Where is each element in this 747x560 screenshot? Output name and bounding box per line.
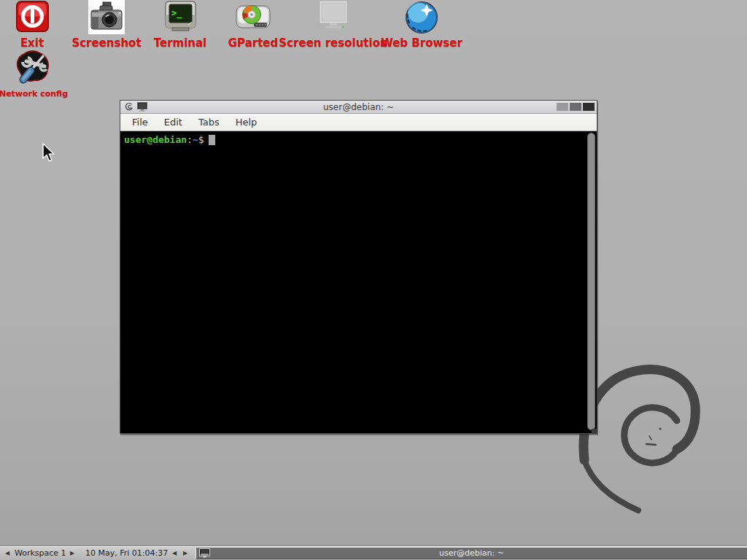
shell-prompt: user@debian:~$ [124,134,595,145]
terminal-cursor [209,135,215,145]
menu-help[interactable]: Help [228,115,266,129]
menu-edit[interactable]: Edit [156,115,190,129]
desktop-icon-label: Network config [0,89,85,98]
task-button-terminal[interactable]: user@debian: ~ [196,547,747,559]
minimize-button[interactable] [557,103,568,111]
window-title: user@debian: ~ [120,102,597,112]
menu-file[interactable]: File [124,115,156,129]
workspace-prev-arrow[interactable]: ◀ [5,549,9,558]
menu-tabs[interactable]: Tabs [190,115,228,129]
terminal-window: user@debian: ~ File Edit Tabs Help user@… [120,100,597,434]
terminal-screen[interactable]: user@debian:~$ [120,131,597,433]
task-monitor-icon [199,548,210,558]
tools-icon [0,50,85,85]
prompt-separator: : [187,134,193,145]
terminal-app-icon [137,102,147,112]
close-button[interactable] [583,103,595,111]
globe-icon [367,0,476,35]
workspace-label[interactable]: Workspace 1 [15,548,66,558]
desktop-icon-web-browser[interactable]: Web Browser [367,0,476,50]
terminal-scrollbar[interactable] [587,133,595,430]
taskbar: ◀ Workspace 1 ▶ 10 May, Fri 01:04:37 ◀ ▶… [0,545,747,560]
desktop-icon-label: Web Browser [367,36,476,50]
window-titlebar[interactable]: user@debian: ~ [120,101,597,114]
svg-text:>_: >_ [171,8,182,19]
debian-swirl-icon [124,102,134,112]
desktop-icon-network-config[interactable]: Network config [0,50,85,98]
maximize-button[interactable] [570,103,581,111]
pager-next-arrow[interactable]: ▶ [183,549,187,558]
task-button-title: user@debian: ~ [196,548,747,558]
prompt-user-host: user@debian [124,134,187,145]
window-resize-grip[interactable] [592,429,597,434]
terminal-menubar: File Edit Tabs Help [120,114,597,131]
workspace-next-arrow[interactable]: ▶ [70,549,74,558]
prompt-path: ~ [193,134,198,145]
pager-prev-arrow[interactable]: ◀ [172,549,177,558]
taskbar-clock: 10 May, Fri 01:04:37 [85,548,168,558]
prompt-symbol: $ [198,134,204,145]
mouse-cursor [42,143,56,163]
